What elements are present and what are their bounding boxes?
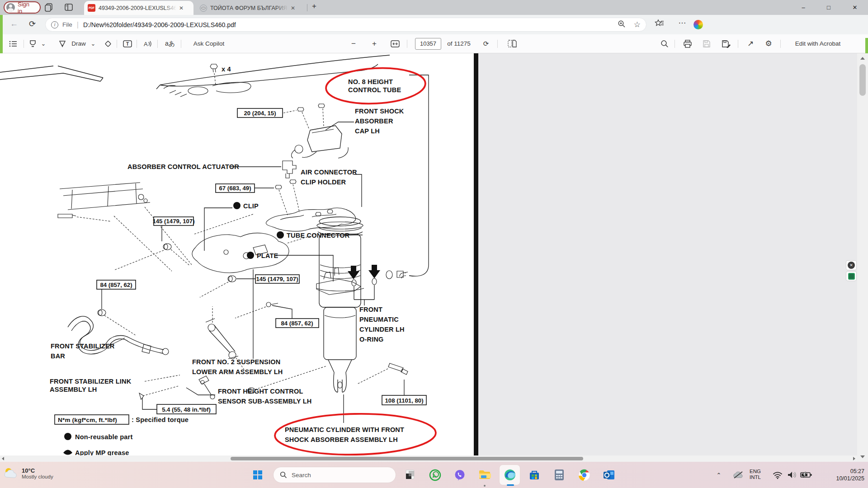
clock-widget[interactable]: 05:27 10/01/2025 (823, 468, 864, 482)
back-icon[interactable]: ← (10, 19, 18, 28)
scroll-up-icon[interactable] (860, 57, 865, 60)
chrome-icon[interactable] (576, 467, 592, 483)
highlighter-icon[interactable] (26, 34, 39, 53)
highlighter-chevron-icon[interactable]: ⌄ (40, 34, 47, 53)
torque-box: 5.4 (55, 48 in.*lbf) (162, 406, 211, 413)
collections-icon[interactable] (655, 19, 665, 31)
scroll-left-icon[interactable] (2, 457, 4, 460)
draw-label[interactable]: Draw (69, 34, 89, 53)
svg-text:ASSEMBLY LH: ASSEMBLY LH (50, 386, 97, 393)
viber-icon[interactable] (452, 467, 468, 483)
settings-gear-icon[interactable]: ⚙ (762, 34, 775, 53)
horizontal-scrollbar[interactable] (0, 455, 857, 462)
zoom-out-icon[interactable]: − (348, 34, 359, 53)
tab-actions-icon[interactable] (64, 3, 75, 13)
actuator-label: ABSORBER CONTROL ACTUATOR (127, 163, 239, 170)
tray-chevron-icon[interactable]: ⌃ (713, 467, 724, 483)
page-info-icon[interactable]: i (51, 21, 58, 28)
print-icon[interactable] (681, 34, 694, 53)
weather-widget[interactable]: 10°C Mostly cloudy (3, 465, 53, 481)
copilot-icon[interactable] (693, 20, 703, 29)
language-indicator[interactable]: ENG INTL (750, 469, 761, 480)
sidebar-app-button[interactable] (846, 271, 857, 281)
page-number-input[interactable]: 10357 (415, 38, 441, 50)
sidebar-close-button[interactable]: ✕ (846, 260, 857, 270)
plate-bullet (247, 252, 254, 259)
tab-forum[interactable]: ТОЙОТА ФОРУМ БЪЛГАРИЯ - В ✕ (196, 1, 305, 15)
weather-desc: Mostly cloudy (22, 474, 53, 479)
signin-button[interactable]: Sign in (4, 1, 41, 14)
toc-icon[interactable] (7, 34, 19, 53)
non-reusable-bullet (64, 433, 71, 440)
lang-line2: INTL (750, 474, 761, 480)
tube-connector-bullet (277, 231, 284, 239)
scroll-right-icon[interactable] (853, 457, 855, 460)
dark-app-icon[interactable] (402, 467, 418, 483)
fit-width-icon[interactable] (389, 34, 401, 53)
address-bar-row: ← ⟳ i File | D:/New%20folder/49349-2006-… (0, 15, 868, 34)
eraser-icon[interactable] (102, 34, 114, 53)
microsoft-store-icon[interactable] (526, 467, 542, 483)
maximize-button[interactable]: □ (818, 0, 839, 15)
signin-label: Sign in (18, 1, 35, 14)
start-button[interactable] (250, 467, 266, 483)
legend-torque-unit: N*m (kgf*cm, ft.*lbf) (58, 417, 117, 423)
zoom-page-icon[interactable] (618, 20, 626, 30)
read-aloud-icon[interactable]: A (141, 34, 155, 53)
edit-with-acrobat-button[interactable]: Edit with Acrobat (788, 34, 847, 53)
tube-connector-label: TUBE CONNECTOR (287, 232, 350, 239)
tab-pdf-title: 49349-2006-2009-LEXUSLS460.pd (99, 5, 176, 11)
draw-chevron-icon[interactable]: ⌄ (90, 34, 97, 53)
toolbar-separator (117, 40, 117, 48)
wifi-icon[interactable] (771, 467, 784, 483)
volume-icon[interactable] (786, 467, 798, 483)
toolbar-separator (497, 40, 498, 48)
fullscreen-icon[interactable]: ↗ (744, 34, 757, 53)
svg-text:SHOCK ABSORBER ASSEMBLY LH: SHOCK ABSORBER ASSEMBLY LH (285, 436, 398, 443)
battery-icon[interactable] (799, 467, 813, 483)
horizontal-scroll-thumb[interactable] (231, 457, 583, 460)
workspaces-icon[interactable] (44, 3, 55, 13)
pdf-file-icon: PDF (88, 4, 95, 12)
vertical-scrollbar[interactable] (857, 53, 868, 462)
tab-pdf-close-icon[interactable]: ✕ (179, 5, 184, 11)
weather-icon (3, 465, 18, 481)
toolbar-separator (675, 40, 675, 48)
edge-active-highlight[interactable] (499, 465, 520, 485)
tray-time: 05:27 (823, 468, 864, 475)
calculator-icon[interactable] (551, 467, 567, 483)
zoom-in-icon[interactable]: + (369, 34, 380, 53)
tab-pdf[interactable]: PDF 49349-2006-2009-LEXUSLS460.pd ✕ (84, 1, 193, 15)
whatsapp-icon[interactable] (427, 467, 443, 483)
svg-text:T: T (126, 42, 129, 47)
svg-text:BAR: BAR (51, 352, 65, 360)
toolbar-separator (157, 40, 158, 48)
file-explorer-icon[interactable] (476, 467, 493, 483)
minimize-button[interactable]: – (793, 0, 814, 15)
tab-forum-close-icon[interactable]: ✕ (291, 5, 295, 11)
translate-icon[interactable]: aあ (162, 34, 178, 53)
save-as-icon[interactable] (719, 34, 733, 53)
favorite-star-icon[interactable]: ☆ (634, 20, 641, 29)
search-placeholder: Search (292, 472, 311, 479)
draw-pen-icon[interactable] (57, 34, 68, 53)
close-button[interactable]: ✕ (844, 0, 865, 15)
ask-copilot-button[interactable]: Ask Copilot (189, 34, 229, 53)
profile-avatar-icon (6, 3, 15, 12)
page-view-icon[interactable] (505, 34, 519, 53)
search-document-icon[interactable] (658, 34, 671, 53)
more-menu-icon[interactable]: … (678, 16, 686, 26)
toolbar-separator (24, 40, 24, 48)
taskbar-search[interactable]: Search (273, 467, 396, 483)
onedrive-paused-icon[interactable] (731, 467, 745, 483)
text-box-icon[interactable]: T (121, 34, 134, 53)
vertical-scroll-thumb[interactable] (859, 64, 866, 96)
new-tab-button[interactable]: + (312, 2, 316, 11)
torque-box: 67 (683, 49) (219, 185, 251, 192)
scroll-down-icon[interactable] (860, 455, 865, 458)
refresh-icon[interactable]: ⟳ (29, 19, 36, 29)
outlook-icon[interactable] (601, 467, 617, 483)
rotate-icon[interactable]: ⟳ (480, 34, 492, 53)
address-field[interactable]: i File | D:/New%20folder/49349-2006-2009… (45, 18, 646, 32)
svg-text:A: A (144, 41, 148, 47)
